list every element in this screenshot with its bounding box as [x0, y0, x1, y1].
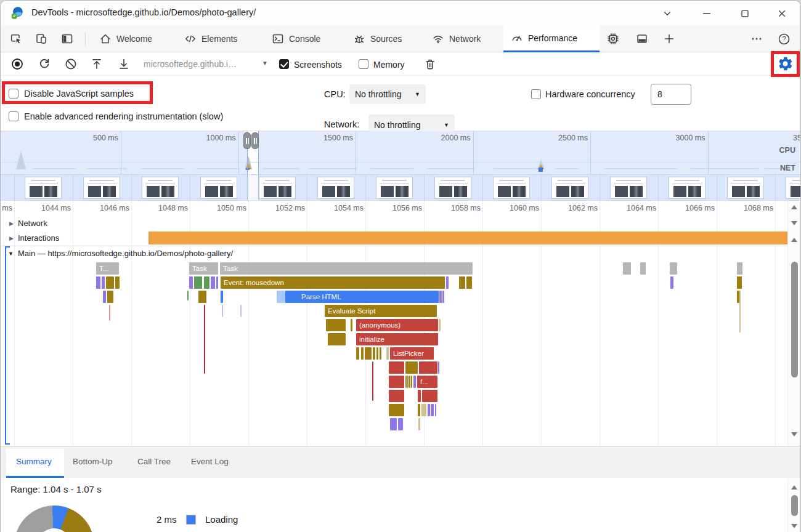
flame-bar[interactable] — [439, 291, 442, 303]
flame-bar[interactable] — [351, 319, 352, 331]
summary-scrollbar[interactable] — [787, 478, 800, 532]
scroll-up-arrow-icon[interactable] — [791, 238, 797, 242]
tab-network[interactable]: Network — [425, 25, 495, 52]
activity-bar-icon[interactable] — [60, 32, 74, 46]
reload-record-button[interactable] — [38, 57, 51, 71]
device-emulation-icon[interactable] — [35, 32, 48, 46]
more-menu-icon[interactable] — [750, 32, 763, 46]
trace-history-select[interactable]: microsoftedge.github.i… — [144, 59, 237, 69]
flame-bar[interactable]: ListPicker — [390, 347, 434, 360]
flame-bar[interactable] — [389, 361, 404, 374]
tab-event-log[interactable]: Event Log — [191, 457, 229, 466]
selection-handle-right[interactable] — [251, 132, 259, 149]
flame-bar[interactable] — [277, 291, 285, 303]
flame-bar[interactable] — [421, 404, 426, 416]
tab-welcome[interactable]: Welcome — [92, 25, 167, 52]
flame-bar[interactable] — [390, 418, 397, 430]
save-profile-button[interactable] — [117, 57, 131, 71]
track-main-header[interactable]: ▼ Main — https://microsoftedge.github.io… — [1, 246, 788, 260]
advanced-rendering-label[interactable]: Enable advanced rendering instrumentatio… — [24, 111, 223, 121]
chevron-down-icon[interactable]: ▼ — [262, 60, 268, 66]
selection-handle-left[interactable] — [243, 132, 251, 149]
scroll-down-arrow-icon[interactable] — [791, 524, 797, 528]
hardware-concurrency-label[interactable]: Hardware concurrency — [545, 89, 635, 99]
tab-sources[interactable]: Sources — [346, 25, 415, 52]
scrollbar-thumb[interactable] — [791, 262, 798, 377]
flame-bar[interactable] — [405, 376, 407, 388]
flame-bar[interactable] — [737, 262, 742, 275]
flame-bar[interactable] — [389, 376, 404, 388]
screenshot-thumbnail[interactable] — [83, 177, 120, 199]
flame-scrollbar[interactable] — [787, 201, 800, 446]
flame-bar[interactable] — [115, 276, 120, 289]
flame-bar[interactable] — [107, 291, 113, 303]
screenshot-thumbnail[interactable] — [376, 177, 413, 199]
scroll-up-arrow-icon[interactable] — [791, 205, 797, 209]
flame-bar[interactable]: Parse HTML — [285, 291, 439, 303]
tab-elements[interactable]: Elements — [177, 25, 252, 52]
screenshot-thumbnail[interactable] — [610, 177, 647, 199]
clear-recording-button[interactable] — [64, 57, 78, 71]
flame-bar[interactable] — [106, 276, 114, 289]
trash-icon[interactable] — [423, 58, 437, 71]
flame-bar[interactable] — [439, 319, 441, 331]
hardware-concurrency-input[interactable] — [651, 84, 691, 105]
close-button[interactable] — [773, 6, 791, 22]
flame-bar[interactable] — [326, 319, 346, 331]
expand-caret-icon[interactable]: ▶ — [9, 235, 14, 241]
dock-panel-icon[interactable] — [635, 32, 649, 46]
advanced-rendering-checkbox[interactable] — [9, 111, 18, 121]
dock-side-chevron-icon[interactable] — [659, 6, 676, 22]
add-tab-plus-icon[interactable] — [662, 32, 676, 46]
inspect-element-icon[interactable] — [9, 32, 23, 46]
flame-bar[interactable]: Task — [189, 262, 218, 275]
screenshot-thumbnail[interactable] — [669, 177, 705, 199]
flame-bar[interactable] — [670, 262, 677, 275]
flame-bar[interactable] — [446, 276, 449, 289]
flame-bar[interactable] — [221, 291, 223, 303]
minimize-button[interactable] — [698, 6, 715, 22]
flame-bar[interactable] — [211, 276, 215, 289]
flame-bar[interactable] — [372, 361, 373, 401]
flame-bar[interactable] — [407, 376, 409, 388]
flame-bar[interactable] — [431, 404, 434, 416]
flame-bar[interactable] — [222, 305, 223, 317]
flame-bar[interactable] — [198, 291, 206, 303]
flame-bar[interactable]: f... — [417, 376, 437, 388]
flame-bar[interactable] — [737, 276, 742, 289]
flame-bar[interactable] — [409, 376, 410, 388]
maximize-button[interactable] — [736, 6, 754, 22]
flame-bar[interactable] — [428, 404, 430, 416]
record-button[interactable] — [10, 57, 24, 71]
screenshot-filmstrip[interactable] — [1, 175, 801, 201]
flame-bar[interactable] — [640, 262, 646, 275]
cpu-chip-icon[interactable] — [606, 32, 620, 46]
flame-bar[interactable] — [189, 276, 193, 289]
flame-bar[interactable] — [240, 305, 242, 317]
flame-bar[interactable] — [194, 276, 202, 289]
expand-caret-icon[interactable]: ▶ — [9, 220, 14, 227]
flame-bar[interactable] — [438, 361, 439, 374]
flame-bar[interactable] — [386, 347, 389, 360]
memory-checkbox[interactable] — [359, 59, 368, 69]
flame-bar[interactable]: Task — [220, 262, 473, 275]
flame-bar[interactable] — [365, 347, 372, 360]
flame-bar[interactable] — [380, 347, 381, 360]
flame-bar[interactable] — [103, 291, 106, 303]
track-interactions[interactable]: ▶ Interactions — [1, 230, 788, 246]
screenshot-thumbnail[interactable] — [786, 177, 801, 199]
flame-bar[interactable] — [459, 276, 465, 289]
flame-bar[interactable] — [187, 291, 189, 300]
tab-performance[interactable]: Performance — [503, 25, 600, 52]
screenshots-label[interactable]: Screenshots — [294, 60, 342, 70]
tab-summary[interactable]: Summary — [16, 457, 52, 466]
flame-bar[interactable] — [418, 418, 420, 430]
screenshot-thumbnail[interactable] — [727, 177, 764, 199]
interaction-bar[interactable] — [148, 232, 787, 244]
flame-bar[interactable] — [435, 404, 436, 416]
memory-label[interactable]: Memory — [373, 60, 405, 70]
screenshots-checkbox[interactable] — [279, 59, 289, 69]
scroll-down-arrow-icon[interactable] — [791, 221, 797, 225]
flame-bar[interactable]: initialize — [356, 333, 438, 345]
help-icon[interactable]: ? — [777, 32, 791, 46]
